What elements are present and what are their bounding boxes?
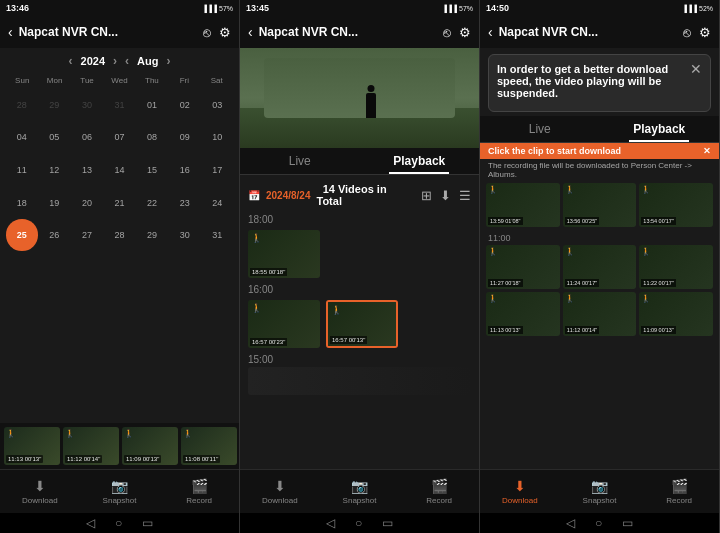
cal-day[interactable]: 28 bbox=[6, 89, 38, 121]
menu-nav-2[interactable]: ▭ bbox=[382, 516, 393, 530]
cal-day[interactable]: 28 bbox=[104, 219, 136, 251]
home-nav-2[interactable]: ○ bbox=[355, 516, 362, 530]
camera-preview-2 bbox=[240, 48, 479, 148]
click-clip-banner: Click the clip to start download ✕ bbox=[480, 143, 719, 159]
tab-live-3[interactable]: Live bbox=[480, 116, 600, 142]
grid-thumb[interactable]: 🚶 11:27 00'18" bbox=[486, 245, 560, 289]
grid-thumb[interactable]: 🚶 13:59 01'08" bbox=[486, 183, 560, 227]
download-action-2[interactable]: ⬇ bbox=[440, 188, 451, 203]
cal-day[interactable]: 11 bbox=[6, 154, 38, 186]
cal-day[interactable]: 06 bbox=[71, 122, 103, 154]
grid-thumb[interactable]: 🚶 13:54 00'17" bbox=[639, 183, 713, 227]
snapshot-tool-3[interactable]: 📷 Snapshot bbox=[560, 470, 640, 513]
cal-day[interactable]: 18 bbox=[6, 187, 38, 219]
cal-day[interactable]: 08 bbox=[136, 122, 168, 154]
cal-day[interactable]: 12 bbox=[39, 154, 71, 186]
share-icon-2[interactable]: ⎋ bbox=[443, 25, 451, 40]
download-tool-1[interactable]: ⬇ Download bbox=[0, 470, 80, 513]
close-banner-button[interactable]: ✕ bbox=[703, 146, 711, 156]
video-thumb[interactable]: 🚶 16:57 00'23" bbox=[248, 300, 320, 348]
motion-icon: 🚶 bbox=[641, 247, 651, 256]
back-nav-2[interactable]: ◁ bbox=[326, 516, 335, 530]
cal-day[interactable]: 15 bbox=[136, 154, 168, 186]
cal-day-today[interactable]: 25 bbox=[6, 219, 38, 251]
tab-live-2[interactable]: Live bbox=[240, 148, 360, 174]
cal-day[interactable]: 16 bbox=[169, 154, 201, 186]
home-nav-1[interactable]: ○ bbox=[115, 516, 122, 530]
menu-nav-3[interactable]: ▭ bbox=[622, 516, 633, 530]
download-tool-3[interactable]: ⬇ Download bbox=[480, 470, 560, 513]
cal-day[interactable]: 27 bbox=[71, 219, 103, 251]
next-month-button[interactable]: › bbox=[166, 54, 170, 68]
back-nav-1[interactable]: ◁ bbox=[86, 516, 95, 530]
video-thumb-selected[interactable]: 🚶 16:57 00'13" bbox=[326, 300, 398, 348]
cal-day[interactable]: 26 bbox=[39, 219, 71, 251]
grid-thumb[interactable]: 🚶 11:09 00'13" bbox=[639, 292, 713, 336]
thumb-timestamp: 11:13 00'13" bbox=[6, 455, 43, 463]
cal-day[interactable]: 09 bbox=[169, 122, 201, 154]
grid-thumb[interactable]: 🚶 11:13 00'13" bbox=[486, 292, 560, 336]
cal-day[interactable]: 22 bbox=[136, 187, 168, 219]
calendar-days: 28 29 30 31 01 02 03 04 05 06 07 08 09 1… bbox=[6, 89, 233, 251]
snapshot-tool-2[interactable]: 📷 Snapshot bbox=[320, 470, 400, 513]
record-tool-2[interactable]: 🎬 Record bbox=[399, 470, 479, 513]
cal-day[interactable]: 29 bbox=[136, 219, 168, 251]
cal-day[interactable]: 20 bbox=[71, 187, 103, 219]
prev-year-button[interactable]: ‹ bbox=[69, 54, 73, 68]
settings-icon-3[interactable]: ⚙ bbox=[699, 25, 711, 40]
record-tool-1[interactable]: 🎬 Record bbox=[159, 470, 239, 513]
cal-day[interactable]: 13 bbox=[71, 154, 103, 186]
cal-day[interactable]: 23 bbox=[169, 187, 201, 219]
grid-thumb[interactable]: 🚶 11:24 00'17" bbox=[563, 245, 637, 289]
cal-day[interactable]: 30 bbox=[71, 89, 103, 121]
status-icons-1: ▐▐▐ 57% bbox=[202, 5, 233, 12]
thumb-item[interactable]: 🚶 11:09 00'13" bbox=[122, 427, 178, 465]
tab-playback-3[interactable]: Playback bbox=[600, 116, 720, 142]
cal-day[interactable]: 04 bbox=[6, 122, 38, 154]
cal-day[interactable]: 14 bbox=[104, 154, 136, 186]
cal-day[interactable]: 24 bbox=[201, 187, 233, 219]
cal-day[interactable]: 01 bbox=[136, 89, 168, 121]
cal-day[interactable]: 03 bbox=[201, 89, 233, 121]
grid-icon-2[interactable]: ⊞ bbox=[421, 188, 432, 203]
home-nav-3[interactable]: ○ bbox=[595, 516, 602, 530]
snapshot-tool-1[interactable]: 📷 Snapshot bbox=[80, 470, 160, 513]
filter-icon-2[interactable]: ☰ bbox=[459, 188, 471, 203]
back-nav-3[interactable]: ◁ bbox=[566, 516, 575, 530]
tab-playback-2[interactable]: Playback bbox=[360, 148, 480, 174]
prev-month-button[interactable]: ‹ bbox=[125, 54, 129, 68]
cal-day[interactable]: 19 bbox=[39, 187, 71, 219]
settings-icon-1[interactable]: ⚙ bbox=[219, 25, 231, 40]
cal-day[interactable]: 21 bbox=[104, 187, 136, 219]
cal-day[interactable]: 02 bbox=[169, 89, 201, 121]
calendar-section: ‹ 2024 › ‹ Aug › Sun Mon Tue Wed Thu Fri… bbox=[0, 48, 239, 423]
cal-day[interactable]: 31 bbox=[104, 89, 136, 121]
cal-day[interactable]: 05 bbox=[39, 122, 71, 154]
record-tool-3[interactable]: 🎬 Record bbox=[639, 470, 719, 513]
thumb-item[interactable]: 🚶 11:13 00'13" bbox=[4, 427, 60, 465]
menu-nav-1[interactable]: ▭ bbox=[142, 516, 153, 530]
cal-day[interactable]: 30 bbox=[169, 219, 201, 251]
video-thumb[interactable]: 🚶 18:55 00'18" bbox=[248, 230, 320, 278]
back-button-2[interactable]: ‹ bbox=[248, 24, 253, 40]
grid-thumb[interactable]: 🚶 11:12 00'14" bbox=[563, 292, 637, 336]
calendar-icon-2: 📅 bbox=[248, 190, 260, 201]
back-button-3[interactable]: ‹ bbox=[488, 24, 493, 40]
cal-day[interactable]: 07 bbox=[104, 122, 136, 154]
cal-day[interactable]: 29 bbox=[39, 89, 71, 121]
back-button-1[interactable]: ‹ bbox=[8, 24, 13, 40]
thumb-item[interactable]: 🚶 11:08 00'11" bbox=[181, 427, 237, 465]
download-tool-2[interactable]: ⬇ Download bbox=[240, 470, 320, 513]
tooltip-close-button[interactable]: ✕ bbox=[690, 61, 702, 77]
cal-day[interactable]: 10 bbox=[201, 122, 233, 154]
share-icon-3[interactable]: ⎋ bbox=[683, 25, 691, 40]
cal-day[interactable]: 31 bbox=[201, 219, 233, 251]
grid-thumb[interactable]: 🚶 11:22 00'17" bbox=[639, 245, 713, 289]
tooltip-text: In order to get a better download speed,… bbox=[497, 63, 702, 99]
thumb-item[interactable]: 🚶 11:12 00'14" bbox=[63, 427, 119, 465]
cal-day[interactable]: 17 bbox=[201, 154, 233, 186]
share-icon-1[interactable]: ⎋ bbox=[203, 25, 211, 40]
grid-thumb[interactable]: 🚶 13:56 00'25" bbox=[563, 183, 637, 227]
settings-icon-2[interactable]: ⚙ bbox=[459, 25, 471, 40]
next-year-button[interactable]: › bbox=[113, 54, 117, 68]
